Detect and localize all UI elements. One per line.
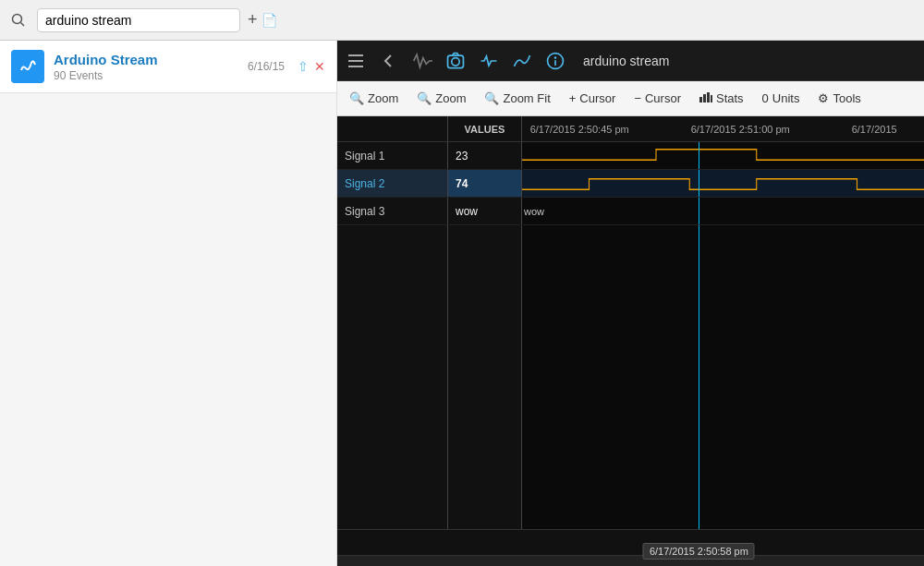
cursor-time-badge: 6/17/2015 2:50:58 pm — [643, 543, 755, 560]
signal-1-chart — [522, 142, 924, 169]
tools-label: Tools — [833, 91, 860, 105]
time-label-1: 6/17/2015 2:50:45 pm — [530, 124, 629, 135]
search-icon — [7, 9, 30, 31]
signal-3-chart: wow — [522, 198, 924, 224]
signal-1-row[interactable]: Signal 1 23 — [337, 142, 924, 170]
stats-button[interactable]: Stats — [691, 87, 752, 110]
cursor-line-empty — [699, 225, 699, 529]
stream-date: 6/16/15 — [248, 60, 285, 73]
delete-icon[interactable]: ✕ — [314, 59, 325, 74]
units-button[interactable]: 0 Units — [754, 87, 808, 110]
stream-name: Arduino Stream — [54, 52, 248, 67]
units-icon: 0 — [762, 91, 769, 105]
search-input[interactable] — [37, 8, 240, 32]
signal-2-row[interactable]: Signal 2 74 — [337, 170, 924, 198]
stream-events: 90 Events — [54, 69, 248, 82]
zoom-fit-button[interactable]: 🔍 Zoom Fit — [476, 87, 558, 110]
toolbar-title: arduino stream — [583, 54, 669, 68]
stream-icon — [11, 50, 44, 83]
menu-icon-btn[interactable] — [341, 46, 371, 76]
signal-3-label: Signal 3 — [337, 198, 448, 224]
chart-empty-area — [337, 225, 924, 529]
add-cursor-label: Cursor — [579, 91, 615, 105]
time-label-2: 6/17/2015 2:51:00 pm — [691, 124, 790, 135]
new-stream-button[interactable]: + 📄 — [248, 10, 277, 30]
zoom-out-icon: 🔍 — [417, 91, 432, 105]
remove-cursor-button[interactable]: − Cursor — [626, 87, 689, 110]
main-content: Arduino Stream 90 Events 6/16/15 ⇧ ✕ — [0, 41, 924, 566]
signal-3-row[interactable]: Signal 3 wow wow — [337, 198, 924, 225]
back-icon-btn[interactable] — [374, 46, 404, 76]
chart-area: VALUES 6/17/2015 2:50:45 pm 6/17/2015 2:… — [337, 116, 924, 566]
main-toolbar: arduino stream — [337, 41, 924, 81]
stream-actions: 6/16/15 ⇧ ✕ — [248, 59, 325, 74]
camera-icon-btn[interactable] — [441, 46, 470, 76]
signal-2-value: 74 — [448, 170, 522, 197]
remove-cursor-icon: − — [634, 91, 641, 105]
svg-rect-10 — [699, 97, 702, 102]
info-icon-btn[interactable] — [541, 46, 570, 76]
share-icon[interactable]: ⇧ — [298, 59, 309, 74]
wow-text-label: wow — [524, 206, 544, 217]
stats-label: Stats — [716, 91, 744, 105]
remove-cursor-label: Cursor — [645, 91, 681, 105]
zoom-fit-icon: 🔍 — [484, 91, 499, 105]
zoom-in-label: Zoom — [368, 91, 398, 105]
zoom-fit-label: Zoom Fit — [503, 91, 550, 105]
tools-button[interactable]: ⚙ Tools — [809, 87, 869, 110]
svg-line-1 — [21, 22, 25, 26]
svg-rect-13 — [711, 95, 712, 102]
chart-scrollbar[interactable] — [337, 555, 924, 566]
svg-point-6 — [452, 57, 459, 65]
zoom-in-icon: 🔍 — [349, 91, 364, 105]
add-cursor-icon: + — [569, 91, 577, 105]
signal-1-label: Signal 1 — [337, 142, 448, 169]
toolbar-left — [341, 46, 570, 76]
values-header: VALUES — [448, 116, 522, 141]
time-header-area: 6/17/2015 2:50:45 pm 6/17/2015 2:51:00 p… — [522, 116, 924, 141]
svg-point-0 — [13, 14, 22, 23]
doc-icon: 📄 — [261, 13, 277, 28]
tools-icon: ⚙ — [818, 91, 829, 105]
signal-1-value: 23 — [448, 142, 522, 169]
chart-icon-btn[interactable] — [507, 46, 537, 76]
cursor-line-3 — [699, 198, 699, 224]
signal-2-chart — [522, 170, 924, 197]
chart-footer: 6/17/2015 2:50:58 pm — [337, 529, 924, 555]
stream-item[interactable]: Arduino Stream 90 Events 6/16/15 ⇧ ✕ — [0, 41, 336, 93]
top-bar: + 📄 — [0, 0, 924, 41]
toolbar-buttons: 🔍 Zoom 🔍 Zoom 🔍 Zoom Fit + Cursor − Curs… — [337, 81, 924, 116]
stream-info: Arduino Stream 90 Events — [54, 52, 248, 82]
waveform-icon-btn[interactable] — [407, 46, 437, 76]
signal-3-value: wow — [448, 198, 522, 224]
svg-point-8 — [554, 56, 557, 59]
right-panel: arduino stream 🔍 Zoom 🔍 Zoom 🔍 Zoom Fit … — [337, 41, 924, 566]
left-panel: Arduino Stream 90 Events 6/16/15 ⇧ ✕ — [0, 41, 337, 566]
zoom-out-button[interactable]: 🔍 Zoom — [408, 87, 474, 110]
time-label-3: 6/17/2015 — [852, 124, 897, 135]
label-col-header — [337, 116, 448, 141]
plus-icon: + — [248, 10, 258, 30]
svg-rect-11 — [703, 94, 706, 102]
add-cursor-button[interactable]: + Cursor — [561, 87, 625, 110]
stats-icon — [699, 91, 712, 105]
chart-header: VALUES 6/17/2015 2:50:45 pm 6/17/2015 2:… — [337, 116, 924, 142]
zoom-in-button[interactable]: 🔍 Zoom — [341, 87, 407, 110]
svg-rect-12 — [707, 92, 710, 102]
pulse-icon-btn[interactable] — [474, 46, 504, 76]
units-label: Units — [772, 91, 800, 105]
chart-rows: Signal 1 23 Signal 2 74 — [337, 142, 924, 529]
zoom-out-label: Zoom — [435, 91, 466, 105]
signal-2-label: Signal 2 — [337, 170, 448, 197]
